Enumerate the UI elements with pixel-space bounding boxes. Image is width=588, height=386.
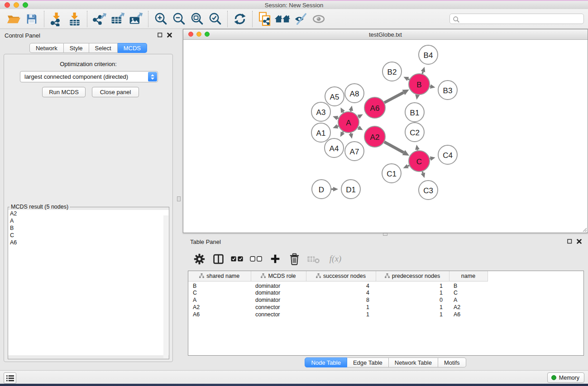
table-settings-button[interactable]	[191, 251, 207, 267]
node-A3[interactable]: A3	[311, 102, 330, 121]
tab-mcds[interactable]: MCDS	[118, 43, 147, 53]
show-graphics-details-button[interactable]	[310, 10, 328, 28]
cell[interactable]: B	[449, 281, 488, 289]
node-A[interactable]: A	[338, 112, 359, 133]
node-C2[interactable]: C2	[405, 123, 424, 142]
node-A1[interactable]: A1	[311, 123, 330, 142]
edge-C-C1[interactable]	[408, 166, 409, 167]
node-B3[interactable]: B3	[438, 81, 457, 100]
cell[interactable]: 1	[376, 304, 449, 311]
cell[interactable]: 1	[306, 304, 376, 311]
table-row[interactable]: A6connector11A6	[188, 311, 583, 318]
edge-B-B4[interactable]	[422, 71, 423, 74]
tab-node-table[interactable]: Node Table	[305, 357, 347, 367]
tab-network[interactable]: Network	[29, 43, 64, 53]
hide-graphics-details-button[interactable]	[292, 10, 310, 28]
criterion-select[interactable]: largest connected component (directed)	[20, 71, 158, 82]
export-network-button[interactable]	[91, 10, 109, 28]
column-header-successor-nodes[interactable]: successor nodes	[306, 271, 376, 281]
import-network-button[interactable]	[48, 10, 66, 28]
cell[interactable]: 0	[376, 296, 449, 304]
edge-A6-B[interactable]	[384, 92, 403, 102]
node-C3[interactable]: C3	[419, 181, 438, 200]
result-item[interactable]: B	[8, 224, 169, 232]
cell[interactable]: C	[449, 289, 488, 296]
edge-B-B2[interactable]	[408, 79, 409, 79]
node-B1[interactable]: B1	[405, 103, 424, 122]
tab-style[interactable]: Style	[64, 43, 89, 53]
cell[interactable]: A6	[449, 311, 488, 318]
cell[interactable]: 4	[306, 281, 376, 289]
zoom-network-window-button[interactable]	[205, 32, 210, 37]
node-B4[interactable]: B4	[419, 45, 438, 64]
export-image-button[interactable]	[127, 10, 145, 28]
node-C1[interactable]: C1	[382, 164, 401, 183]
result-item[interactable]: A	[8, 217, 169, 224]
cell[interactable]: 1	[376, 289, 449, 296]
float-table-panel-button[interactable]	[567, 239, 572, 244]
deselect-all-rows-button[interactable]	[249, 251, 264, 267]
cell[interactable]: A2	[188, 304, 251, 311]
column-visibility-button[interactable]	[210, 251, 226, 267]
cell[interactable]: 1	[376, 311, 449, 318]
node-C[interactable]: C	[409, 151, 430, 172]
column-header-shared-name[interactable]: shared name	[188, 271, 251, 281]
node-C4[interactable]: C4	[438, 145, 457, 164]
cell[interactable]: 4	[306, 289, 376, 296]
node-B[interactable]: B	[409, 74, 430, 95]
import-table-button[interactable]	[66, 10, 84, 28]
zoom-in-button[interactable]	[152, 10, 170, 28]
zoom-window-button[interactable]	[23, 2, 28, 8]
delete-table-button[interactable]	[306, 251, 321, 267]
node-A2[interactable]: A2	[364, 126, 385, 147]
tab-motifs[interactable]: Motifs	[438, 357, 466, 367]
tab-network-table[interactable]: Network Table	[389, 357, 438, 367]
cell[interactable]: connector	[251, 304, 306, 311]
horizontal-splitter-grip[interactable]	[383, 233, 387, 236]
zoom-fit-button[interactable]	[188, 10, 206, 28]
edge-A-A2[interactable]	[358, 128, 359, 128]
edge-A-A5[interactable]	[343, 112, 344, 113]
cell[interactable]: 1	[376, 281, 449, 289]
export-table-button[interactable]	[109, 10, 127, 28]
table-row[interactable]: A2connector11A2	[188, 304, 583, 311]
network-window-titlebar[interactable]: testGlobe.txt	[183, 29, 588, 40]
cell[interactable]: A	[449, 296, 488, 304]
add-column-button[interactable]	[268, 251, 283, 267]
cell[interactable]: connector	[251, 311, 306, 318]
network-from-file-button[interactable]	[256, 10, 274, 28]
cell[interactable]: dominator	[251, 281, 306, 289]
close-panel-button[interactable]	[167, 33, 172, 38]
result-item[interactable]: A2	[8, 210, 169, 217]
node-A6[interactable]: A6	[364, 97, 385, 118]
edge-C-C3[interactable]	[422, 172, 423, 173]
minimize-window-button[interactable]	[14, 2, 19, 8]
node-D1[interactable]: D1	[341, 180, 360, 199]
close-network-window-button[interactable]	[188, 32, 193, 37]
node-A7[interactable]: A7	[345, 142, 364, 161]
table-row[interactable]: Adominator80A	[188, 296, 583, 304]
tab-edge-table[interactable]: Edge Table	[347, 357, 389, 367]
network-canvas[interactable]: B4B2BB3A5A8A6A3B1AA1C2A2A4A7CC4C1C3DD1	[183, 40, 588, 233]
float-panel-button[interactable]	[158, 33, 163, 38]
cell[interactable]: A	[188, 296, 251, 304]
column-header-predecessor-nodes[interactable]: predecessor nodes	[376, 271, 449, 281]
select-all-rows-button[interactable]	[229, 251, 245, 267]
function-builder-button[interactable]: f(x)	[325, 251, 346, 267]
node-A8[interactable]: A8	[345, 84, 364, 103]
tab-select[interactable]: Select	[89, 43, 118, 53]
edge-A-A4[interactable]	[343, 132, 343, 133]
node-A4[interactable]: A4	[325, 138, 344, 157]
resize-grip-icon[interactable]	[582, 227, 587, 232]
cell[interactable]: B	[188, 281, 251, 289]
cell[interactable]: 1	[306, 311, 376, 318]
task-history-button[interactable]	[4, 372, 16, 384]
result-item[interactable]: A6	[8, 239, 169, 246]
node-A5[interactable]: A5	[325, 87, 344, 106]
save-session-button[interactable]	[23, 10, 41, 28]
zoom-out-button[interactable]	[170, 10, 188, 28]
vertical-splitter-grip[interactable]	[177, 196, 181, 201]
table-row[interactable]: Cdominator41C	[188, 289, 583, 296]
edge-A2-C[interactable]	[384, 142, 404, 153]
home-view-button[interactable]	[274, 10, 292, 28]
